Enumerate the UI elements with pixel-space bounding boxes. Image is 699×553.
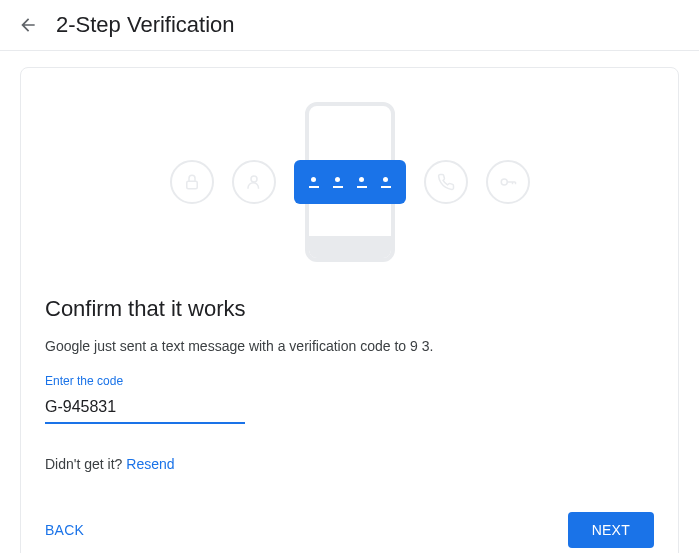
- back-button[interactable]: BACK: [45, 514, 84, 546]
- resend-prompt: Didn't get it?: [45, 456, 126, 472]
- confirm-heading: Confirm that it works: [45, 296, 654, 322]
- code-input[interactable]: [45, 392, 245, 424]
- description-text: Google just sent a text message with a v…: [45, 338, 654, 354]
- page-header: 2-Step Verification: [0, 0, 699, 51]
- icon-row: [170, 160, 530, 204]
- svg-rect-0: [186, 181, 197, 189]
- key-icon: [486, 160, 530, 204]
- code-input-group: Enter the code: [45, 374, 245, 424]
- button-row: BACK NEXT: [45, 512, 654, 548]
- back-arrow-icon[interactable]: [16, 13, 40, 37]
- illustration: [45, 92, 654, 272]
- code-badge-icon: [294, 160, 406, 204]
- lock-icon: [170, 160, 214, 204]
- next-button[interactable]: NEXT: [568, 512, 654, 548]
- phone-call-icon: [424, 160, 468, 204]
- svg-point-2: [501, 179, 507, 185]
- svg-point-1: [251, 176, 257, 182]
- code-input-label: Enter the code: [45, 374, 245, 388]
- resend-row: Didn't get it? Resend: [45, 456, 654, 472]
- page-title: 2-Step Verification: [56, 12, 235, 38]
- resend-link[interactable]: Resend: [126, 456, 174, 472]
- person-icon: [232, 160, 276, 204]
- verification-card: Confirm that it works Google just sent a…: [20, 67, 679, 553]
